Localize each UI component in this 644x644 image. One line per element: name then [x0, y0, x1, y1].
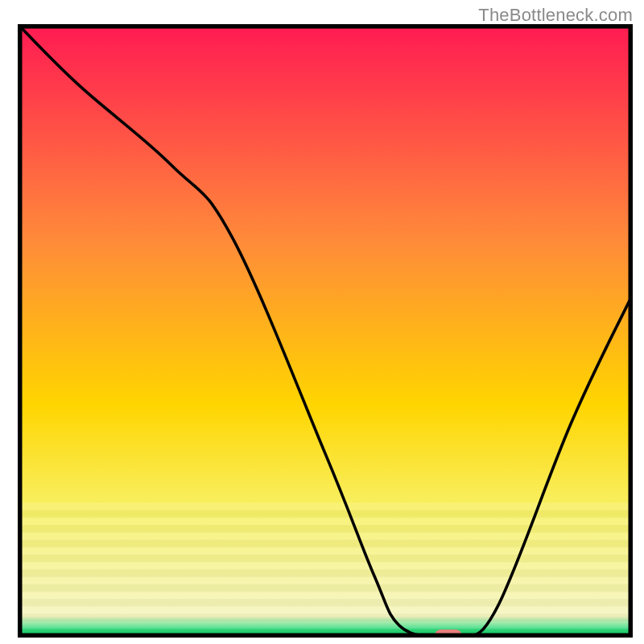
svg-rect-8 — [18, 555, 633, 563]
svg-rect-13 — [18, 592, 633, 600]
watermark-text: TheBottleneck.com — [478, 5, 633, 26]
svg-rect-12 — [18, 584, 633, 592]
plot-svg — [18, 24, 633, 638]
plot-frame — [18, 24, 633, 638]
svg-rect-2 — [18, 510, 633, 518]
plot-inner — [18, 24, 633, 638]
svg-rect-4 — [18, 525, 633, 533]
svg-rect-9 — [18, 562, 633, 570]
chart-container: TheBottleneck.com — [0, 0, 644, 644]
svg-rect-15 — [18, 606, 633, 614]
plot-bands — [18, 502, 633, 636]
svg-rect-3 — [18, 518, 633, 526]
svg-rect-16 — [18, 613, 633, 621]
svg-rect-6 — [18, 539, 633, 547]
svg-rect-11 — [18, 576, 633, 584]
svg-rect-14 — [18, 599, 633, 607]
svg-rect-10 — [18, 569, 633, 577]
svg-rect-5 — [18, 532, 633, 540]
svg-rect-7 — [18, 547, 633, 555]
svg-rect-17 — [18, 621, 633, 629]
